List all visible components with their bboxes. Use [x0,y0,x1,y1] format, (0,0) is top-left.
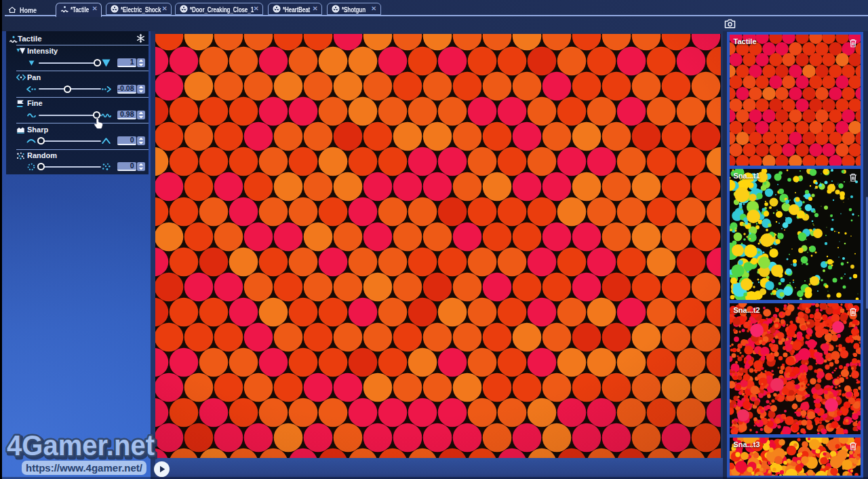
svg-text:4Gamer.net: 4Gamer.net [7,429,155,461]
